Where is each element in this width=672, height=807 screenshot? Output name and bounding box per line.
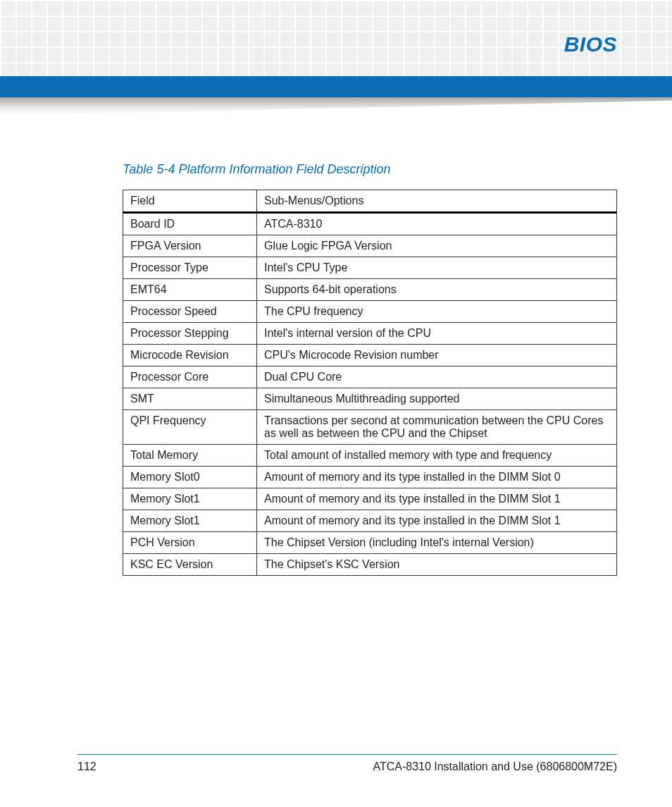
table-row: PCH VersionThe Chipset Version (includin… xyxy=(123,532,617,554)
cell-field: Board ID xyxy=(123,213,257,235)
table-row: Memory Slot1Amount of memory and its typ… xyxy=(123,488,617,510)
table-row: EMT64Supports 64-bit operations xyxy=(123,279,617,301)
header-gray-wedge xyxy=(0,97,672,116)
cell-field: Processor Core xyxy=(123,366,257,388)
cell-field: KSC EC Version xyxy=(123,554,257,576)
platform-info-table: Field Sub-Menus/Options Board IDATCA-831… xyxy=(123,190,617,576)
table-row: QPI FrequencyTransactions per second at … xyxy=(123,410,617,445)
footer-rule xyxy=(77,754,617,755)
cell-options: Total amount of installed memory with ty… xyxy=(257,445,617,467)
cell-field: PCH Version xyxy=(123,532,257,554)
table-row: SMTSimultaneous Multithreading supported xyxy=(123,388,617,410)
cell-field: Processor Type xyxy=(123,257,257,279)
cell-field: EMT64 xyxy=(123,279,257,301)
col-header-options: Sub-Menus/Options xyxy=(257,190,617,213)
cell-field: Memory Slot0 xyxy=(123,467,257,488)
table-row: Processor CoreDual CPU Core xyxy=(123,366,617,388)
table-row: Processor SteppingIntel's internal versi… xyxy=(123,323,617,345)
cell-field: Total Memory xyxy=(123,445,257,467)
cell-field: Processor Speed xyxy=(123,301,257,323)
cell-options: Dual CPU Core xyxy=(257,366,617,388)
table-row: KSC EC VersionThe Chipset's KSC Version xyxy=(123,554,617,576)
cell-options: Glue Logic FPGA Version xyxy=(257,235,617,257)
table-caption: Table 5-4 Platform Information Field Des… xyxy=(123,162,617,177)
cell-field: Memory Slot1 xyxy=(123,488,257,510)
cell-options: The CPU frequency xyxy=(257,301,617,323)
cell-field: QPI Frequency xyxy=(123,410,257,445)
cell-field: Processor Stepping xyxy=(123,323,257,345)
section-title: BIOS xyxy=(564,32,617,56)
cell-options: Transactions per second at communication… xyxy=(257,410,617,445)
header-blue-bar xyxy=(0,76,672,97)
table-row: Processor SpeedThe CPU frequency xyxy=(123,301,617,323)
table-row: Memory Slot0Amount of memory and its typ… xyxy=(123,467,617,488)
cell-field: SMT xyxy=(123,388,257,410)
cell-options: The Chipset Version (including Intel's i… xyxy=(257,532,617,554)
table-row: Microcode RevisionCPU's Microcode Revisi… xyxy=(123,345,617,366)
cell-options: Amount of memory and its type installed … xyxy=(257,467,617,488)
table-header-row: Field Sub-Menus/Options xyxy=(123,190,617,213)
table-row: FPGA VersionGlue Logic FPGA Version xyxy=(123,235,617,257)
table-row: Processor TypeIntel's CPU Type xyxy=(123,257,617,279)
cell-options: The Chipset's KSC Version xyxy=(257,554,617,576)
col-header-field: Field xyxy=(123,190,257,213)
table-row: Memory Slot1Amount of memory and its typ… xyxy=(123,510,617,532)
cell-options: Amount of memory and its type installed … xyxy=(257,510,617,532)
cell-options: CPU's Microcode Revision number xyxy=(257,345,617,366)
table-row: Total MemoryTotal amount of installed me… xyxy=(123,445,617,467)
page-content: Table 5-4 Platform Information Field Des… xyxy=(123,162,617,576)
cell-field: Microcode Revision xyxy=(123,345,257,366)
cell-field: Memory Slot1 xyxy=(123,510,257,532)
cell-options: Intel's internal version of the CPU xyxy=(257,323,617,345)
cell-options: Amount of memory and its type installed … xyxy=(257,488,617,510)
cell-field: FPGA Version xyxy=(123,235,257,257)
cell-options: Simultaneous Multithreading supported xyxy=(257,388,617,410)
cell-options: Intel's CPU Type xyxy=(257,257,617,279)
page-number: 112 xyxy=(77,760,97,773)
cell-options: Supports 64-bit operations xyxy=(257,279,617,301)
cell-options: ATCA-8310 xyxy=(257,213,617,235)
page-footer: 112 ATCA-8310 Installation and Use (6806… xyxy=(77,754,617,773)
doc-title: ATCA-8310 Installation and Use (6806800M… xyxy=(373,760,617,773)
table-row: Board IDATCA-8310 xyxy=(123,213,617,235)
